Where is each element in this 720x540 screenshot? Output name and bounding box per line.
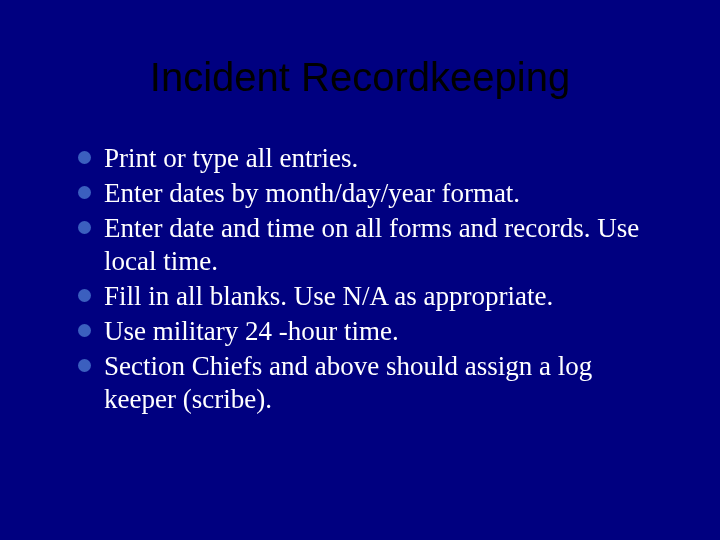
slide-container: Incident Recordkeeping Print or type all… bbox=[0, 0, 720, 540]
list-item: Print or type all entries. bbox=[78, 142, 660, 175]
list-item: Use military 24 -hour time. bbox=[78, 315, 660, 348]
list-item: Enter dates by month/day/year format. bbox=[78, 177, 660, 210]
list-item: Fill in all blanks. Use N/A as appropria… bbox=[78, 280, 660, 313]
bullet-list: Print or type all entries. Enter dates b… bbox=[60, 142, 660, 416]
list-item: Enter date and time on all forms and rec… bbox=[78, 212, 660, 278]
list-item: Section Chiefs and above should assign a… bbox=[78, 350, 660, 416]
slide-title: Incident Recordkeeping bbox=[60, 55, 660, 100]
